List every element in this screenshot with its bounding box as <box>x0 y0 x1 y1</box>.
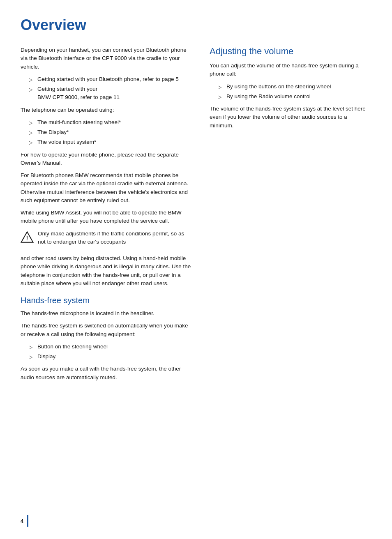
list-item: ▷ Button on the steering wheel <box>21 343 193 351</box>
page-title: Overview <box>21 16 371 34</box>
list-item-text: The Display* <box>37 128 69 136</box>
page-number: 4 <box>21 518 23 524</box>
hands-free-title: Hands-free system <box>21 296 193 305</box>
bullet-arrow-icon: ▷ <box>218 93 221 101</box>
list-item-text: Display. <box>37 352 57 361</box>
list-item: ▷ The Display* <box>21 128 193 136</box>
bullet-arrow-icon: ▷ <box>29 353 32 361</box>
microphone-text: The hands-free microphone is located in … <box>21 309 193 318</box>
bullet-arrow-icon: ▷ <box>218 83 221 91</box>
intro-paragraph: Depending on your handset, you can conne… <box>21 46 193 71</box>
list-item-text: Getting started with your Bluetooth phon… <box>37 75 179 83</box>
list-item-text: By using the Radio volume control <box>226 92 311 101</box>
bullet-arrow-icon: ▷ <box>29 76 32 83</box>
list-item: ▷ The multi-function steering wheel* <box>21 118 193 127</box>
bmw-assist-text: While using BMW Assist, you will not be … <box>21 209 193 226</box>
warning-block: ! Only make adjustments if the traffic c… <box>21 230 193 251</box>
bluetooth-text: For Bluetooth phones BMW recommends that… <box>21 171 193 205</box>
operated-text: The telephone can be operated using: <box>21 106 193 114</box>
two-column-layout: Depending on your handset, you can conne… <box>21 46 371 386</box>
bullet-arrow-icon: ▷ <box>29 86 32 93</box>
warning-continue-text: and other road users by being distracted… <box>21 254 193 288</box>
warning-inline-text: Only make adjustments if the traffic con… <box>38 230 184 245</box>
list-item-text: The multi-function steering wheel* <box>37 118 121 127</box>
list-item-text: By using the buttons on the steering whe… <box>226 83 331 91</box>
list-item: ▷ Display. <box>21 352 193 361</box>
list-item-text: Getting started with yourBMW CPT 9000, r… <box>37 85 120 102</box>
owners-manual-text: For how to operate your mobile phone, pl… <box>21 151 193 168</box>
list-item: ▷ Getting started with your Bluetooth ph… <box>21 75 193 83</box>
muted-text: As soon as you make a call with the hand… <box>21 365 193 382</box>
bullet-arrow-icon: ▷ <box>29 343 32 351</box>
list-item: ▷ By using the buttons on the steering w… <box>210 83 366 91</box>
page: Overview Depending on your handset, you … <box>0 0 392 539</box>
bullet-arrow-icon: ▷ <box>29 139 32 146</box>
volume-stays-text: The volume of the hands-free system stay… <box>210 105 366 130</box>
switched-on-text: The hands-free system is switched on aut… <box>21 322 193 339</box>
list-item: ▷ Getting started with yourBMW CPT 9000,… <box>21 85 193 102</box>
warning-text: Only make adjustments if the traffic con… <box>38 230 193 246</box>
bullet-arrow-icon: ▷ <box>29 119 32 127</box>
right-column: Adjusting the volume You can adjust the … <box>210 46 366 386</box>
bullet-list-2: ▷ The multi-function steering wheel* ▷ T… <box>21 118 193 147</box>
page-number-line <box>27 515 28 527</box>
warning-icon: ! <box>21 230 34 244</box>
page-number-bar: 4 <box>0 515 28 527</box>
svg-text:!: ! <box>26 235 28 242</box>
list-item-text: The voice input system* <box>37 138 96 146</box>
bullet-arrow-icon: ▷ <box>29 129 32 136</box>
hands-free-bullet-list: ▷ Button on the steering wheel ▷ Display… <box>21 343 193 361</box>
list-item: ▷ The voice input system* <box>21 138 193 146</box>
volume-intro-text: You can adjust the volume of the hands-f… <box>210 62 366 78</box>
left-column: Depending on your handset, you can conne… <box>21 46 193 386</box>
bullet-list-1: ▷ Getting started with your Bluetooth ph… <box>21 75 193 102</box>
adjusting-volume-title: Adjusting the volume <box>210 46 366 57</box>
list-item: ▷ By using the Radio volume control <box>210 92 366 101</box>
list-item-text: Button on the steering wheel <box>37 343 108 351</box>
volume-bullet-list: ▷ By using the buttons on the steering w… <box>210 83 366 101</box>
